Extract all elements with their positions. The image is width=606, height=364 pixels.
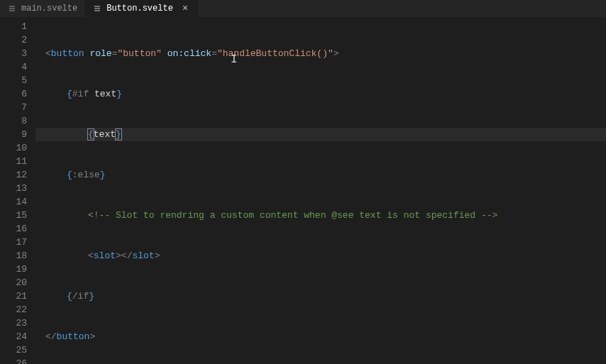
svelte-icon: [7, 4, 17, 13]
code-line: <slot></slot>: [35, 249, 606, 263]
code-area[interactable]: <button role="button" on:click="handleBu…: [35, 17, 606, 364]
code-line: </button>: [35, 330, 606, 343]
code-line-current: {text}: [35, 128, 606, 141]
code-line: <button role="button" on:click="handleBu…: [35, 47, 606, 60]
code-line: <!-- Slot to rendring a custom content w…: [35, 209, 606, 222]
tab-label: main.svelte: [21, 4, 77, 13]
svelte-icon: [92, 4, 102, 13]
tab-main[interactable]: main.svelte: [0, 0, 85, 17]
tab-label: Button.svelte: [106, 4, 173, 13]
close-icon[interactable]: ×: [180, 4, 190, 13]
editor[interactable]: 1 2 3 4 5 6 7 8 9 10 11 12 13 14 15 16 1…: [0, 17, 606, 364]
tab-button[interactable]: Button.svelte ×: [85, 0, 198, 17]
code-line: {/if}: [35, 289, 606, 303]
tab-bar: main.svelte Button.svelte ×: [0, 0, 606, 17]
gutter: 1 2 3 4 5 6 7 8 9 10 11 12 13 14 15 16 1…: [0, 17, 35, 364]
code-line: {:else}: [35, 168, 606, 182]
code-line: {#if text}: [35, 87, 606, 101]
